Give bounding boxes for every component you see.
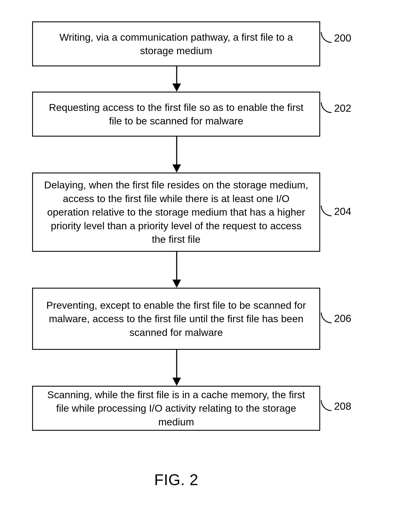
flow-step-208-text: Scanning, while the first file is in a c…: [44, 388, 309, 429]
leader-202: [321, 102, 331, 115]
svg-marker-3: [172, 164, 181, 173]
ref-206: 206: [334, 313, 351, 324]
flow-step-208: Scanning, while the first file is in a c…: [32, 386, 320, 431]
arrow-206-to-208: [174, 350, 179, 386]
figure-label: FIG. 2: [154, 471, 198, 489]
flow-step-200-text: Writing, via a communication pathway, a …: [44, 30, 309, 58]
leader-208: [321, 400, 331, 413]
flow-step-206-text: Preventing, except to enable the first f…: [44, 298, 309, 339]
flow-step-202: Requesting access to the first file so a…: [32, 92, 320, 137]
flow-step-204-text: Delaying, when the first file resides on…: [44, 178, 309, 246]
ref-204: 204: [334, 206, 351, 217]
arrow-200-to-202: [174, 66, 179, 92]
arrow-204-to-206: [174, 252, 179, 288]
ref-202: 202: [334, 102, 351, 114]
leader-200: [321, 32, 331, 45]
leader-206: [321, 313, 331, 325]
svg-marker-5: [172, 279, 181, 288]
flowchart-canvas: Writing, via a communication pathway, a …: [0, 0, 420, 514]
svg-marker-1: [172, 83, 181, 92]
flow-step-206: Preventing, except to enable the first f…: [32, 288, 320, 350]
flow-step-204: Delaying, when the first file resides on…: [32, 173, 320, 252]
ref-200: 200: [334, 32, 351, 44]
svg-marker-7: [172, 378, 181, 386]
leader-204: [321, 206, 331, 218]
ref-208: 208: [334, 400, 351, 412]
flow-step-202-text: Requesting access to the first file so a…: [44, 101, 309, 128]
arrow-202-to-204: [174, 137, 179, 173]
flow-step-200: Writing, via a communication pathway, a …: [32, 22, 320, 66]
